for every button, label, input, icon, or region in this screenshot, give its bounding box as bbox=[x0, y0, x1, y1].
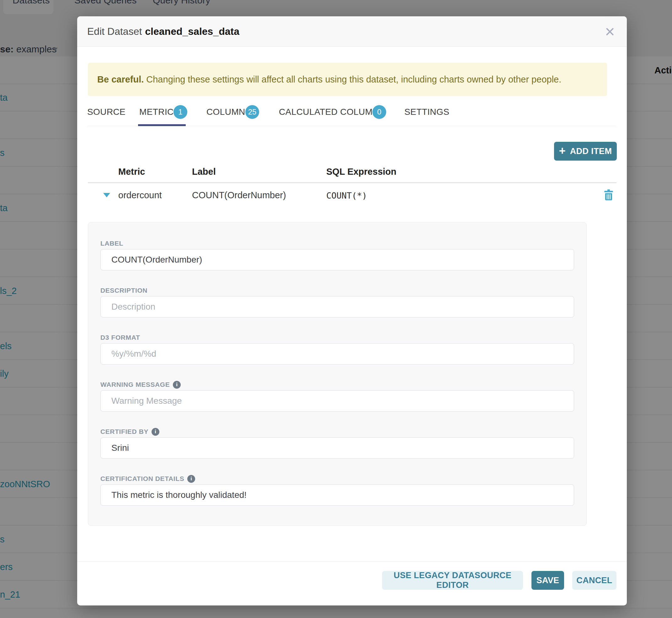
tab-columns-badge: 25 bbox=[245, 105, 259, 119]
field-label-text: CERTIFIED BY bbox=[100, 428, 149, 435]
tab-metrics-badge: 1 bbox=[174, 105, 187, 119]
delete-metric-trash-icon[interactable] bbox=[603, 190, 614, 201]
modal-title-dataset-name: cleaned_sales_data bbox=[145, 26, 239, 37]
field-label-text: D3 FORMAT bbox=[100, 334, 140, 341]
tab-settings[interactable]: SETTINGS bbox=[404, 107, 449, 117]
add-item-button[interactable]: + ADD ITEM bbox=[554, 142, 617, 161]
footer-divider bbox=[77, 561, 627, 562]
tab-calculated-columns[interactable]: CALCULATED COLUMNS bbox=[279, 107, 385, 117]
column-header-sql-expression: SQL Expression bbox=[326, 167, 397, 177]
field-label-text: WARNING MESSAGE bbox=[100, 381, 170, 388]
column-header-metric: Metric bbox=[118, 167, 145, 177]
cancel-button[interactable]: CANCEL bbox=[572, 571, 616, 590]
edit-dataset-modal: Edit Dataset cleaned_sales_data × Be car… bbox=[77, 16, 627, 605]
info-icon: i bbox=[187, 475, 195, 483]
description-field-label: DESCRIPTION bbox=[100, 286, 148, 295]
tab-columns[interactable]: COLUMNS bbox=[206, 107, 251, 117]
field-label-text: CERTIFICATION DETAILS bbox=[100, 475, 184, 483]
active-tab-indicator bbox=[138, 124, 186, 126]
tab-calculated-columns-badge: 0 bbox=[372, 105, 386, 119]
metric-label-cell: COUNT(OrderNumber) bbox=[192, 190, 286, 200]
plus-icon: + bbox=[559, 145, 566, 157]
certified-by-field-label: CERTIFIED BY i bbox=[100, 428, 159, 436]
field-label-text: DESCRIPTION bbox=[100, 287, 148, 294]
modal-title-prefix: Edit Dataset bbox=[87, 26, 142, 37]
modal-header: Edit Dataset cleaned_sales_data × bbox=[77, 16, 627, 47]
metric-name-cell: ordercount bbox=[118, 190, 162, 200]
warning-banner-bold: Be careful. bbox=[97, 74, 144, 85]
info-icon: i bbox=[152, 428, 159, 436]
modal-title: Edit Dataset cleaned_sales_data bbox=[87, 16, 239, 46]
collapse-row-caret-icon[interactable] bbox=[103, 193, 110, 197]
d3-format-field-label: D3 FORMAT bbox=[100, 333, 140, 342]
column-header-divider bbox=[88, 182, 616, 183]
certification-details-field-label: CERTIFICATION DETAILS i bbox=[100, 475, 195, 483]
metric-sql-cell: COUNT(*) bbox=[326, 191, 367, 200]
warning-message-field-input[interactable] bbox=[100, 390, 574, 412]
certified-by-field-input[interactable] bbox=[100, 437, 574, 458]
warning-banner: Be careful. Changing these settings will… bbox=[88, 63, 607, 96]
info-icon: i bbox=[173, 381, 181, 389]
label-field-input[interactable] bbox=[100, 249, 574, 271]
warning-banner-text: Changing these settings will affect all … bbox=[146, 74, 561, 85]
save-button[interactable]: SAVE bbox=[532, 571, 564, 590]
label-field-label: LABEL bbox=[100, 239, 123, 247]
add-item-label: ADD ITEM bbox=[570, 146, 612, 156]
d3-format-field-input[interactable] bbox=[100, 343, 574, 365]
column-header-label: Label bbox=[192, 167, 216, 177]
description-field-input[interactable] bbox=[100, 296, 574, 317]
use-legacy-datasource-editor-button[interactable]: USE LEGACY DATASOURCE EDITOR bbox=[382, 571, 523, 590]
field-label-text: LABEL bbox=[100, 240, 123, 247]
warning-message-field-label: WARNING MESSAGE i bbox=[100, 381, 181, 389]
certification-details-field-input[interactable] bbox=[100, 484, 574, 506]
tab-source[interactable]: SOURCE bbox=[87, 107, 125, 117]
close-icon[interactable]: × bbox=[600, 22, 619, 41]
